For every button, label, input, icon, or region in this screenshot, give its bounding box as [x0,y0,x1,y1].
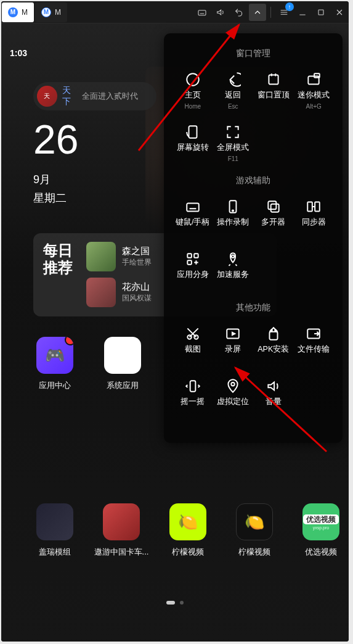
svg-point-2 [187,73,199,86]
app-icon[interactable]: 盖瑞模组 [33,503,76,558]
app-label: 柠檬视频 [227,547,282,558]
tab-logo-icon: M [8,7,18,17]
panel-item-label: 操作录制 [217,217,249,228]
keyboard-icon[interactable] [193,4,211,21]
date-month: 9月 [33,172,78,187]
panel-item-full[interactable]: 全屏模式 F11 [213,119,254,171]
daily-item-desc: 手绘世界 [122,257,152,268]
panel-item-kbd[interactable]: 键鼠/手柄 [172,194,213,246]
app-icon[interactable]: 遨游中国卡车... [100,503,143,558]
panel-item-boost[interactable]: 加速服务 [213,246,254,299]
rot-icon [185,124,201,140]
panel-item-loc[interactable]: 虚拟定位 [213,373,254,426]
status-clock: 1:03 [10,48,27,58]
svg-rect-10 [268,201,276,209]
app-label: 优选视频 [293,547,349,558]
panel-item-label: 文件传输 [298,344,330,355]
panel-item-pin[interactable]: 窗口置顶 [253,67,294,119]
expand-panel-icon[interactable] [249,4,266,21]
app-icon[interactable]: 🎮应用中心 [33,337,76,391]
kbd-icon [185,199,201,215]
app-glyph: 优选视频 yxsp.pro [302,503,339,540]
panel-item-apk[interactable]: APK安装 [253,321,294,373]
tab-logo-icon: M [41,7,51,17]
app-glyph: 🍋 [236,503,273,540]
promo-app-icon: 天 [37,86,57,107]
panel-item-label: 主页 [185,90,201,101]
maximize-icon[interactable] [312,4,330,21]
tab-secondary[interactable]: M M [35,2,67,22]
svg-rect-11 [270,204,278,212]
panel-item-home[interactable]: 主页 Home [172,67,213,119]
panel-item-label: 多开器 [261,217,285,228]
svg-rect-15 [194,254,198,258]
app-label: 系统应用 [95,380,150,391]
panel-item-label: 录屏 [225,344,241,355]
svg-rect-22 [269,332,277,340]
app-icon[interactable]: 优选视频 yxsp.pro 优选视频 [299,503,343,558]
undo-icon[interactable] [230,4,248,21]
panel-grid-2: 键鼠/手柄 操作录制 多开器 同步器 应用分身 加速服务 [172,194,334,299]
panel-item-rot[interactable]: 屏幕旋转 [172,119,213,171]
promo-title: 天下 [62,85,79,107]
panel-item-label: 同步器 [302,217,326,228]
panel-item-sync[interactable]: 同步器 [294,194,335,246]
panel-item-label: 返回 [225,90,241,101]
panel-item-multi[interactable]: 多开器 [253,194,294,246]
panel-item-label: 迷你模式 [298,90,330,101]
tab-primary[interactable]: M M [2,2,34,22]
app-glyph [104,337,141,374]
app-row-1: 🎮应用中心系统应用 [33,337,144,391]
svg-rect-0 [198,10,206,15]
emulator-window: M M M M ↑ 1:03 天 天下 全面进入贰时代 26 9月 [1,1,349,642]
panel-grid-3: 截图 录屏 APK安装 文件传输 摇一摇 虚拟定位 音量 [172,321,334,426]
panel-item-cut[interactable]: 截图 [172,321,213,373]
app-icon[interactable]: 🍋柠檬视频 [233,503,276,558]
pin-icon [266,72,282,88]
date-day: 26 [33,119,78,160]
panel-grid-1: 主页 Home 返回 Esc 窗口置顶 迷你模式 Alt+G 屏幕旋转 全屏模式… [172,67,334,171]
app-label: 盖瑞模组 [27,547,83,558]
app-icon[interactable]: 系统应用 [101,337,144,391]
panel-item-clone[interactable]: 应用分身 [172,246,213,299]
boost-icon [225,251,241,267]
svg-rect-12 [308,202,313,211]
menu-icon[interactable]: ↑ [275,4,293,21]
panel-item-label: 摇一摇 [181,397,205,407]
page-indicator[interactable] [1,601,349,605]
panel-item-label: 窗口置顶 [258,90,290,101]
panel-item-mini[interactable]: 迷你模式 Alt+G [294,67,335,119]
divider [270,7,271,18]
svg-rect-13 [315,202,320,211]
panel-item-label: 全屏模式 [217,142,249,153]
apk-icon [266,326,282,342]
panel-item-shortcut: Home [184,103,201,110]
panel-item-rec[interactable]: 操作录制 [213,194,254,246]
volume-icon[interactable] [212,4,229,21]
app-label: 遨游中国卡车... [94,547,149,558]
sync-icon [306,199,322,215]
panel-item-vol[interactable]: 音量 [253,373,294,426]
app-label: 应用中心 [27,380,83,391]
rec-icon [225,199,241,215]
panel-section-title: 窗口管理 [172,48,334,59]
panel-item-recscr[interactable]: 录屏 [213,321,254,373]
page-dot [180,601,184,605]
panel-section-title: 其他功能 [172,302,334,313]
date-widget: 26 9月 星期二 [33,119,78,205]
panel-item-shake[interactable]: 摇一摇 [172,373,213,426]
panel-item-back[interactable]: 返回 Esc [213,67,254,119]
close-icon[interactable] [331,4,348,21]
promo-pill[interactable]: 天 天下 全面进入贰时代 [33,82,156,110]
app-icon[interactable]: 🍋柠檬视频 [166,503,209,558]
panel-item-xfer[interactable]: 文件传输 [294,321,335,373]
app-label: 柠檬视频 [160,547,216,558]
app-glyph: 🍋 [169,503,206,540]
home-icon [185,72,201,88]
xfer-icon [306,326,322,342]
recscr-icon [225,326,241,342]
panel-item-label: 应用分身 [177,270,209,280]
minimize-icon[interactable] [294,4,311,21]
panel-item-shortcut: F11 [228,155,238,163]
panel-item-label: 屏幕旋转 [177,142,209,153]
